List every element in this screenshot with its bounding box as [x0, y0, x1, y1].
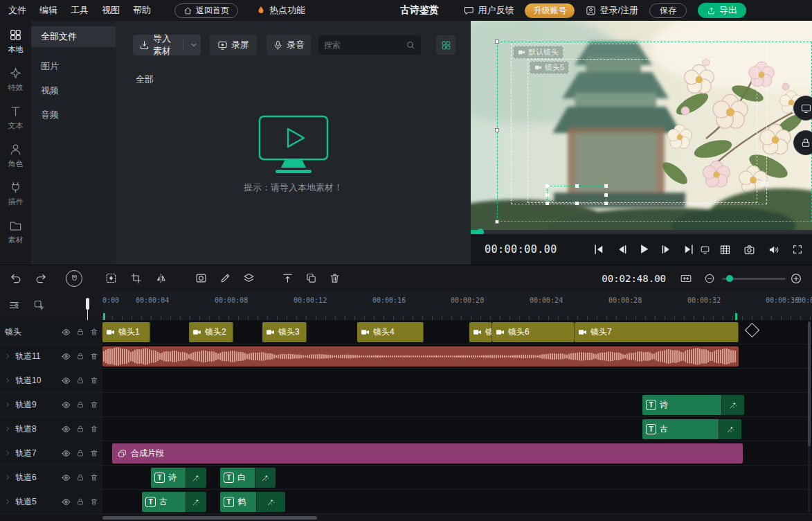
play-button[interactable]	[638, 242, 651, 256]
shot-clip[interactable]: 镜头1	[102, 322, 150, 342]
next-frame-button[interactable]	[660, 243, 673, 256]
lock-icon[interactable]	[76, 400, 84, 409]
clip-animation-segment[interactable]	[721, 395, 744, 415]
text-clip[interactable]: T 白	[220, 468, 276, 488]
upgrade-account-button[interactable]: 升级账号	[525, 3, 575, 18]
visibility-icon[interactable]	[62, 497, 71, 506]
copy-button[interactable]	[305, 272, 317, 284]
track-header[interactable]: 轨道9	[0, 393, 102, 416]
playhead-handle[interactable]	[86, 298, 89, 310]
shot-clip[interactable]: 镜头7	[575, 322, 739, 342]
edit-pen-button[interactable]	[219, 272, 231, 284]
lock-icon[interactable]	[76, 449, 84, 457]
home-button[interactable]: 返回首页	[174, 3, 238, 18]
track-header[interactable]: 轨道5	[0, 490, 102, 513]
sidebar-item-character[interactable]: 角色	[0, 136, 31, 175]
menu-item-file[interactable]: 文件	[8, 4, 26, 17]
feedback-button[interactable]: 用户反馈	[464, 4, 514, 17]
snap-magnet-button[interactable]	[66, 270, 82, 287]
snapshot-camera-button[interactable]	[743, 244, 755, 256]
visibility-icon[interactable]	[62, 376, 71, 385]
mirror-flip-button[interactable]	[155, 272, 167, 284]
lock-icon[interactable]	[76, 473, 84, 482]
redo-button[interactable]	[35, 272, 47, 285]
login-button[interactable]: 登录/注册	[586, 4, 638, 17]
chevron-right-icon[interactable]	[4, 377, 11, 384]
search-icon[interactable]	[406, 40, 415, 50]
jump-to-end-button[interactable]	[683, 243, 695, 256]
chevron-down-icon[interactable]	[190, 41, 198, 49]
delete-button[interactable]	[329, 272, 341, 284]
record-audio-button[interactable]: 录音	[267, 35, 311, 55]
track-header[interactable]: 轨道11	[0, 344, 102, 368]
selection-handle[interactable]	[495, 128, 499, 132]
track-manager-button[interactable]	[8, 299, 20, 311]
sidebar-item-text[interactable]: 文本	[0, 98, 31, 136]
shot-clip[interactable]: 镜头5	[469, 322, 492, 342]
text-clip[interactable]: T 诗	[642, 395, 744, 415]
track-header[interactable]: 镜头	[0, 320, 102, 344]
track-header[interactable]: 轨道8	[0, 417, 102, 441]
shot5-region[interactable]: 镜头5	[527, 59, 757, 203]
chevron-right-icon[interactable]	[4, 474, 11, 481]
menu-item-edit[interactable]: 编辑	[39, 4, 57, 17]
chevron-right-icon[interactable]	[4, 401, 11, 408]
visibility-icon[interactable]	[62, 473, 71, 482]
text-clip[interactable]: T 诗	[151, 468, 206, 488]
text-clip[interactable]: T 古	[642, 419, 741, 439]
text-clip[interactable]: T 鹤	[220, 492, 285, 512]
fullscreen-button[interactable]	[792, 244, 803, 255]
undo-button[interactable]	[10, 272, 22, 285]
fit-timeline-button[interactable]	[680, 272, 692, 285]
composite-clip[interactable]: 合成片段	[112, 443, 743, 463]
vertical-scrollbar-handle[interactable]	[808, 321, 811, 446]
track-header[interactable]: 轨道7	[0, 441, 102, 465]
trash-icon[interactable]	[90, 352, 98, 360]
visibility-icon[interactable]	[62, 425, 71, 434]
volume-button[interactable]	[768, 244, 779, 256]
previous-frame-button[interactable]	[615, 243, 628, 256]
chevron-right-icon[interactable]	[4, 450, 11, 457]
shot-clip[interactable]: 镜头3	[262, 322, 307, 342]
shot-clip[interactable]: 镜头2	[189, 322, 233, 342]
zoom-out-button[interactable]	[704, 273, 715, 284]
layers-button[interactable]	[243, 272, 255, 284]
clip-animation-segment[interactable]	[186, 468, 206, 488]
trash-icon[interactable]	[90, 425, 98, 433]
visibility-icon[interactable]	[62, 449, 71, 458]
search-input[interactable]	[324, 40, 403, 50]
sidebar-item-plugins[interactable]: 插件	[0, 175, 31, 213]
track-header[interactable]: 轨道6	[0, 466, 102, 489]
visibility-icon[interactable]	[62, 352, 71, 361]
align-top-button[interactable]	[282, 272, 294, 284]
library-category-audio[interactable]: 音频	[31, 103, 116, 127]
chevron-right-icon[interactable]	[4, 498, 11, 505]
keyframe-button[interactable]	[105, 272, 117, 284]
video-canvas[interactable]: 默认镜头 镜头5	[471, 21, 812, 230]
shot5-tag[interactable]: 镜头5	[530, 61, 569, 74]
trash-icon[interactable]	[90, 376, 98, 385]
default-shot-tag[interactable]: 默认镜头	[513, 46, 563, 59]
sidebar-item-effects[interactable]: 特效	[0, 60, 31, 98]
chevron-right-icon[interactable]	[4, 425, 11, 432]
mask-button[interactable]	[195, 272, 207, 284]
lock-icon[interactable]	[76, 425, 84, 433]
crop-button[interactable]	[130, 272, 142, 284]
track-header[interactable]: 轨道10	[0, 369, 102, 392]
text-clip[interactable]: T 古	[142, 492, 206, 512]
trash-icon[interactable]	[90, 400, 98, 409]
trash-icon[interactable]	[90, 449, 98, 457]
shot-clip[interactable]: 镜头6	[492, 322, 575, 342]
add-track-button[interactable]	[33, 299, 45, 311]
trash-icon[interactable]	[90, 497, 98, 506]
visibility-icon[interactable]	[62, 400, 71, 409]
trash-icon[interactable]	[90, 473, 98, 482]
menu-item-tools[interactable]: 工具	[71, 4, 89, 17]
hot-features-button[interactable]: 热点功能	[256, 4, 305, 17]
clip-animation-segment[interactable]	[256, 492, 285, 512]
trash-icon[interactable]	[90, 328, 98, 336]
lock-icon[interactable]	[76, 352, 84, 360]
import-material-button[interactable]: 导入素材	[133, 35, 201, 55]
lock-icon[interactable]	[76, 376, 84, 385]
selected-element-box[interactable]	[547, 186, 606, 204]
